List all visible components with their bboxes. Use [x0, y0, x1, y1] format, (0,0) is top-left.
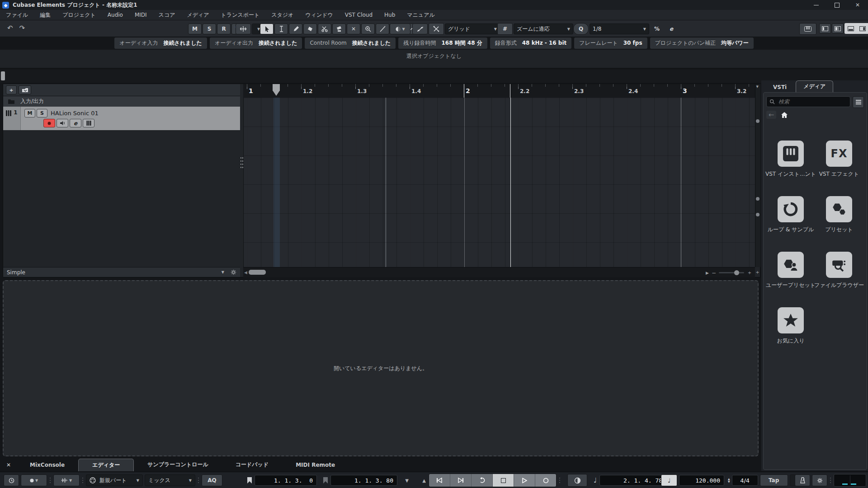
tile-favorites[interactable]	[778, 307, 804, 333]
edit-channel-button[interactable]: e	[70, 119, 81, 127]
track-mute-button[interactable]: M	[24, 109, 35, 117]
play-button[interactable]	[514, 474, 535, 487]
automation-read-button[interactable]: R	[217, 23, 231, 34]
tab-vsti[interactable]: VSTi	[766, 82, 794, 92]
glue-tool[interactable]	[332, 23, 346, 34]
menu-item[interactable]: MIDI	[129, 12, 153, 18]
tile-file-browser[interactable]	[826, 252, 852, 278]
separator-dots[interactable]	[559, 477, 560, 484]
menu-item[interactable]: Hub	[378, 12, 401, 18]
undo-icon[interactable]: ↶	[7, 24, 13, 32]
quantize-button[interactable]: Q	[573, 23, 589, 35]
status-pill[interactable]: プロジェクトのパン補正 均等パワー	[650, 38, 754, 49]
status-pill[interactable]: Control Room 接続されました	[305, 38, 396, 49]
timeline-ruler[interactable]: 11.21.31.422.22.32.433.2	[243, 84, 755, 98]
menu-item[interactable]: プロジェクト	[57, 11, 102, 19]
vscroll-handle-mid[interactable]	[756, 197, 760, 201]
grid-type-dropdown[interactable]: ズームに適応▼	[514, 23, 573, 34]
time-signature-field[interactable]: 4/4	[732, 475, 758, 486]
record-button[interactable]	[535, 474, 556, 487]
tile-user-presets[interactable]	[778, 252, 804, 278]
redo-icon[interactable]: ↷	[19, 24, 25, 32]
color-menu-button[interactable]: ▼	[390, 23, 410, 34]
home-icon[interactable]	[781, 112, 788, 118]
status-pill[interactable]: 残り録音時間 168 時間 48 分	[398, 38, 487, 49]
auto-quantize-button[interactable]: AQ	[202, 474, 222, 486]
midi-insert-mode-dropdown[interactable]: 新規パート▼	[86, 474, 143, 486]
tab-chord-pads[interactable]: コードパッド	[222, 458, 282, 471]
lower-zone-editor[interactable]: 開いているエディターはありません。	[3, 280, 759, 456]
gear-icon[interactable]	[231, 269, 236, 275]
erase-tool[interactable]	[303, 23, 317, 34]
mute-tool[interactable]: ✕	[347, 23, 360, 34]
menu-item[interactable]: スタジオ	[265, 11, 299, 19]
monitor-button[interactable]	[57, 119, 68, 127]
media-back-button[interactable]: ←	[766, 111, 776, 119]
search-input[interactable]	[778, 98, 847, 105]
menu-item[interactable]: VST Cloud	[339, 12, 378, 18]
preset-name[interactable]: Simple	[7, 269, 25, 276]
menu-item[interactable]: マニュアル	[401, 11, 440, 19]
audio-mix-mode-dropdown[interactable]: ミックス▼	[145, 474, 195, 486]
position-display[interactable]: 2. 1. 4. 78	[599, 475, 666, 486]
separator-dots[interactable]	[198, 477, 199, 484]
right-locator-field[interactable]: 1. 1. 3. 80	[330, 475, 397, 486]
scroll-left-icon[interactable]: ◀	[244, 270, 247, 275]
cycle-button[interactable]	[472, 474, 493, 487]
snap-type-dropdown[interactable]: グリッド▼	[445, 23, 500, 34]
lower-zone-toggle[interactable]	[845, 24, 856, 33]
menu-item[interactable]: トランスポート	[215, 11, 266, 19]
activate-project-button[interactable]	[4, 474, 19, 486]
tab-media[interactable]: メディア	[796, 80, 833, 92]
right-locator-icon[interactable]	[322, 477, 329, 484]
line-tool[interactable]	[376, 23, 389, 34]
tab-midi-remote[interactable]: MIDI Remote	[282, 458, 349, 471]
close-button[interactable]: ✕	[847, 0, 868, 10]
left-locator-icon[interactable]	[246, 477, 253, 484]
metronome-setup-button[interactable]	[812, 474, 827, 486]
tile-vst-effects[interactable]: FX	[826, 141, 852, 167]
automation-mute-button[interactable]: M	[188, 23, 202, 34]
separator-dots[interactable]	[82, 477, 83, 484]
record-mode-button[interactable]: ▼	[21, 474, 47, 486]
draw-tool[interactable]	[289, 23, 302, 34]
tab-mixconsole[interactable]: MixConsole	[16, 458, 78, 471]
right-zone-toggle[interactable]	[857, 24, 868, 33]
auto-scroll-button[interactable]	[236, 23, 251, 34]
track-preset-button[interactable]	[19, 85, 31, 94]
menu-item[interactable]: ファイル	[0, 11, 34, 19]
track-solo-button[interactable]: S	[37, 109, 47, 117]
goto-start-button[interactable]	[429, 474, 450, 487]
overview-thumb[interactable]	[1, 71, 5, 80]
tap-tempo-button[interactable]: Tap	[760, 474, 788, 486]
tab-sampler-control[interactable]: サンプラーコントロール	[134, 458, 222, 471]
zoom-out-icon[interactable]: −	[712, 270, 716, 276]
separator-dots[interactable]	[50, 477, 51, 484]
menu-item[interactable]: ウィンドウ	[299, 11, 339, 19]
range-selection-tool[interactable]	[274, 23, 288, 34]
edit-instrument-button[interactable]	[83, 119, 94, 127]
add-track-button[interactable]: ＋	[6, 85, 17, 94]
status-pill[interactable]: フレームレート 30 fps	[574, 38, 647, 49]
minimize-button[interactable]	[806, 0, 826, 10]
io-folder-track[interactable]: 入力/出力	[3, 96, 240, 107]
zoom-slider[interactable]	[719, 272, 744, 273]
vertical-zoom-in-icon[interactable]: ＋	[755, 267, 760, 277]
left-locator-field[interactable]: 1. 1. 3. 0	[255, 475, 317, 486]
object-selection-tool[interactable]	[260, 23, 274, 34]
left-zone-alt-toggle[interactable]	[832, 23, 844, 33]
quantize-dropdown[interactable]: 1/8▼	[590, 23, 649, 34]
zone-divider-handle[interactable]	[240, 156, 243, 170]
media-search-field[interactable]	[766, 96, 850, 107]
automation-solo-button[interactable]: S	[203, 23, 216, 34]
metronome-button[interactable]	[795, 474, 810, 486]
tile-vst-instruments[interactable]	[778, 141, 804, 167]
vscroll-handle-low[interactable]	[756, 213, 760, 216]
status-pill[interactable]: 録音形式 48 kHz - 16 bit	[490, 38, 572, 49]
status-pill[interactable]: オーディオ入力 接続されました	[114, 38, 207, 49]
punch-in-button[interactable]: ▼	[399, 474, 415, 486]
tempo-field[interactable]: 120.000	[679, 475, 724, 486]
project-cursor-handle[interactable]	[273, 84, 280, 96]
automation-curve-button[interactable]	[412, 23, 428, 34]
snap-button[interactable]	[429, 23, 444, 35]
